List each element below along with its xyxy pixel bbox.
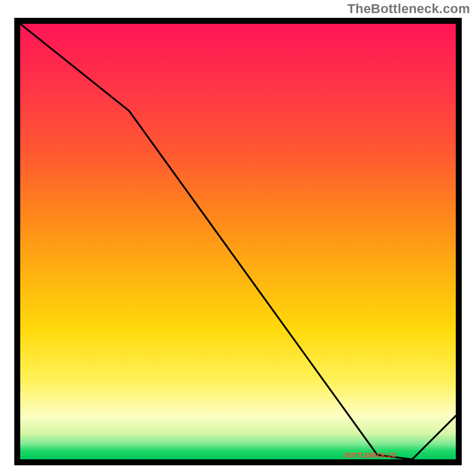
watermark-text: TheBottleneck.com: [347, 1, 470, 17]
plot-frame: BOTTLENECK.CO: [14, 18, 462, 465]
bottleneck-annotation: BOTTLENECK.CO: [345, 452, 396, 459]
line-plot: [20, 24, 456, 459]
chart-container: TheBottleneck.com BOTTLENECK.CO: [0, 0, 476, 476]
